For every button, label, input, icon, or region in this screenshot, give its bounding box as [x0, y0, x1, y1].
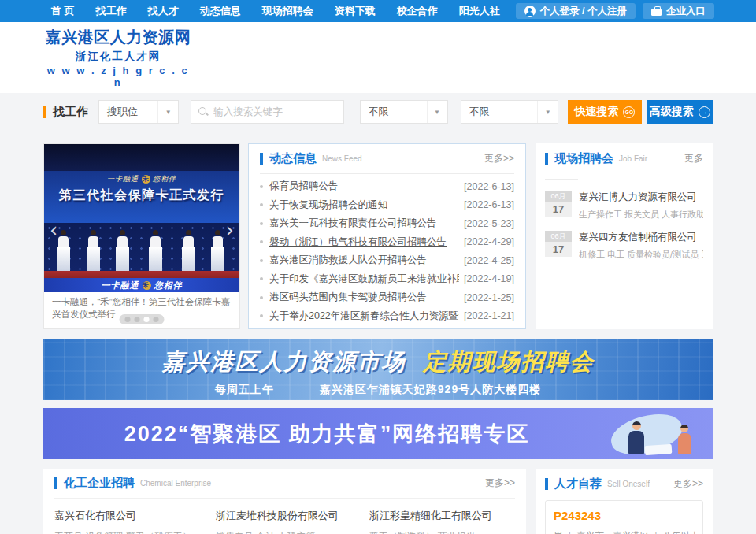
job-fair-subtitle: Job Fair: [619, 154, 647, 163]
bullet-icon: [260, 203, 263, 206]
job-fair-more-link[interactable]: 更多: [684, 152, 703, 165]
slide-title: 第三代社会保障卡正式发行: [44, 187, 239, 204]
search-icon: [198, 107, 209, 117]
news-date: [2022-4-25]: [464, 255, 514, 266]
site-url: w w w . z j h g r c . c n: [43, 65, 193, 88]
news-link[interactable]: 关于恢复现场招聘会的通知: [269, 198, 459, 212]
company-positions[interactable]: 普工（制造科） 营业担当: [369, 530, 515, 534]
bullet-icon: [260, 185, 263, 188]
bullet-icon: [260, 314, 263, 317]
personal-login-button[interactable]: 个人登录 / 个人注册: [516, 3, 636, 19]
keyword-search-input[interactable]: [213, 106, 343, 117]
news-link[interactable]: 关于印发《嘉兴港区鼓励新员工来港就业补助操作...: [269, 273, 459, 286]
slide-script-line: 一卡融通 禾 您相伴: [44, 174, 239, 184]
arrow-right-circle-icon: →: [699, 106, 710, 118]
news-date: [2022-1-25]: [464, 292, 514, 303]
nav-downloads[interactable]: 资料下载: [335, 4, 376, 18]
nav-home[interactable]: 首 页: [51, 4, 75, 18]
talent-id: P243243: [554, 509, 695, 522]
news-link[interactable]: 保育员招聘公告: [269, 180, 459, 193]
site-logo[interactable]: 嘉兴港区人力资源网 浙江化工人才网 w w w . z j h g r c . …: [43, 27, 193, 88]
chemical-subtitle: Chemical Enterprise: [140, 479, 211, 488]
carousel-dot[interactable]: [154, 317, 159, 322]
filter-select-2[interactable]: 不限 ▼: [461, 100, 559, 124]
news-item: 关于恢复现场招聘会的通知[2022-6-13]: [260, 196, 514, 215]
quick-search-button[interactable]: 快速搜索 GO: [568, 100, 641, 124]
news-feed-title: 动态信息: [269, 151, 317, 166]
bullet-icon: [260, 222, 263, 225]
badge-month: 06月: [545, 231, 572, 242]
news-feed-header: 动态信息 News Feed 更多>>: [260, 144, 514, 174]
company-positions[interactable]: 销售专员 会计 土建主管: [216, 530, 369, 534]
nav-find-job[interactable]: 找工作: [96, 4, 127, 18]
nav-school-cooperation[interactable]: 校企合作: [397, 4, 438, 18]
nav-news[interactable]: 动态信息: [200, 4, 241, 18]
nav-sunshine-hr[interactable]: 阳光人社: [459, 4, 500, 18]
filter1-value: 不限: [361, 105, 427, 119]
news-feed-panel: 动态信息 News Feed 更多>> 保育员招聘公告[2022-6-13] 关…: [248, 143, 526, 329]
carousel-slide-photo[interactable]: 一卡融通 禾 您相伴 第三代社会保障卡正式发行 一卡融通: [44, 144, 239, 292]
news-feed-subtitle: News Feed: [322, 154, 362, 163]
chemical-header: 化工企业招聘 Chemical Enterprise 更多>>: [54, 469, 515, 499]
grain-seal-icon: 禾: [143, 281, 151, 290]
news-date: [2022-6-13]: [464, 199, 514, 210]
stage-person: [85, 230, 101, 271]
search-category-select[interactable]: 搜职位 ▼: [98, 100, 179, 124]
talent-more-link[interactable]: 更多>>: [673, 477, 703, 491]
talent-title: 人才自荐: [554, 477, 602, 491]
chemical-company-grid: 嘉兴石化有限公司 工艺员 设备管理 警卫（残疾工） 浙江麦堆科技股份有限公司 销…: [54, 509, 515, 534]
carousel-dot[interactable]: [125, 317, 131, 322]
bullet-icon: [260, 277, 263, 280]
company-cell: 浙江麦堆科技股份有限公司 销售专员 会计 土建主管: [216, 509, 369, 534]
news-more-link[interactable]: 更多>>: [484, 152, 514, 165]
enterprise-entry-button[interactable]: 企业入口: [643, 3, 714, 19]
date-badge: 06月 17: [545, 231, 572, 261]
filter-select-1[interactable]: 不限 ▼: [360, 100, 448, 124]
stage-led-area: [44, 223, 239, 271]
job-fair-company-link[interactable]: 嘉兴汇博人力资源有限公司: [579, 191, 703, 204]
person-icon: [524, 6, 536, 17]
carousel-dot[interactable]: [135, 317, 140, 322]
chemical-enterprise-panel: 化工企业招聘 Chemical Enterprise 更多>> 嘉兴石化有限公司…: [43, 469, 526, 534]
news-link[interactable]: 嘉兴港区消防救援大队公开招聘公告: [269, 254, 459, 267]
search-category-value: 搜职位: [99, 105, 158, 119]
news-item: 港区码头范围内集卡驾驶员招聘公告[2022-1-25]: [260, 288, 514, 307]
nav-job-fair[interactable]: 现场招聘会: [262, 4, 313, 18]
job-fair-company-link[interactable]: 嘉兴四方友信制桶有限公司: [579, 231, 703, 244]
company-link[interactable]: 浙江麦堆科技股份有限公司: [216, 509, 369, 523]
news-item: 关于举办2022年港区新春综合性人力资源暨春风...[2022-1-21]: [260, 307, 514, 326]
carousel-dot-active[interactable]: [144, 317, 150, 322]
carousel-prev-arrow[interactable]: ‹: [50, 220, 57, 240]
banner-illustration: [580, 411, 706, 456]
site-subtitle: 浙江化工人才网: [43, 50, 193, 64]
news-link[interactable]: 嘉兴美一瓦科技有限责任公司招聘公告: [269, 217, 459, 230]
keyword-search-field: [191, 100, 343, 124]
nav-find-talent[interactable]: 找人才: [148, 4, 179, 18]
bullet-icon: [260, 240, 263, 243]
news-link[interactable]: 关于举办2022年港区新春综合性人力资源暨春风...: [269, 310, 459, 323]
blue-accent-bar: [545, 153, 548, 165]
advanced-search-button[interactable]: 高级搜索 →: [647, 100, 713, 124]
news-date: [2022-4-29]: [464, 236, 514, 247]
news-item: 保育员招聘公告[2022-6-13]: [260, 177, 514, 196]
stage-person: [56, 230, 72, 271]
job-fair-positions: 机修工 电工 质量检验员/测试员 叉车...: [579, 249, 703, 261]
talent-card[interactable]: P243243 男 ｜ 嘉兴市→嘉兴港区 ｜ 八年以上: [545, 500, 703, 534]
stage-person: [147, 230, 163, 271]
stage-person: [114, 230, 130, 271]
company-link[interactable]: 浙江彩皇精细化工有限公司: [369, 509, 515, 523]
company-positions[interactable]: 工艺员 设备管理 警卫（残疾工）: [54, 530, 216, 534]
job-fair-title: 现场招聘会: [554, 151, 613, 166]
carousel-next-arrow[interactable]: ›: [226, 220, 234, 240]
online-recruitment-banner[interactable]: 2022“智聚港区 助力共富”网络招聘专区: [43, 408, 713, 459]
job-fair-banner[interactable]: 嘉兴港区人力资源市场 定期现场招聘会 每周五上午嘉兴港区乍浦镇天妃路929号人防…: [43, 339, 713, 400]
badge-day: 17: [545, 202, 572, 217]
job-fair-panel: 现场招聘会 Job Fair 更多 06月 17 嘉兴汇博人力资源有限公司 生产…: [536, 143, 713, 329]
news-link[interactable]: 港区码头范围内集卡驾驶员招聘公告: [269, 291, 459, 304]
badge-day: 17: [545, 242, 572, 257]
news-item: 嘉兴港区消防救援大队公开招聘公告[2022-4-25]: [260, 251, 514, 270]
chemical-more-link[interactable]: 更多>>: [485, 477, 515, 490]
company-link[interactable]: 嘉兴石化有限公司: [54, 509, 216, 523]
job-fair-item: 06月 17 嘉兴四方友信制桶有限公司 机修工 电工 质量检验员/测试员 叉车.…: [545, 231, 703, 261]
news-link-hovered[interactable]: 磐动（浙江）电气科技有限公司招聘公告: [269, 235, 459, 249]
